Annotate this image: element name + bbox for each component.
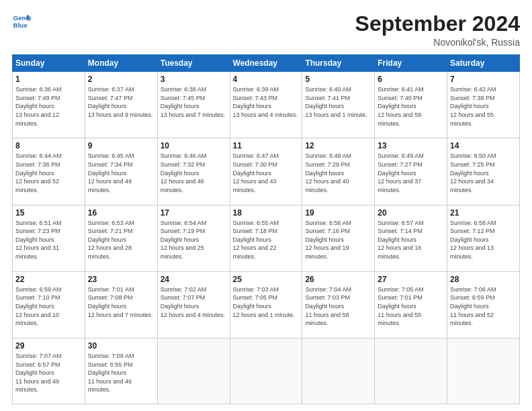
table-row: 12Sunrise: 6:48 AMSunset: 7:29 PMDayligh… <box>302 138 375 205</box>
day-number: 5 <box>305 75 371 84</box>
table-row: 15Sunrise: 6:51 AMSunset: 7:23 PMDayligh… <box>13 205 85 271</box>
day-info: Sunrise: 6:50 AMSunset: 7:25 PMDaylight … <box>450 152 517 194</box>
table-row: 20Sunrise: 6:57 AMSunset: 7:14 PMDayligh… <box>375 205 447 271</box>
day-number: 22 <box>15 275 82 284</box>
logo-icon: General Blue <box>12 12 31 31</box>
header: General Blue September 2024 Novonikol'sk… <box>12 12 520 48</box>
day-number: 24 <box>161 275 227 284</box>
logo: General Blue <box>12 12 31 31</box>
day-info: Sunrise: 6:45 AMSunset: 7:34 PMDaylight … <box>88 152 154 194</box>
table-row: 19Sunrise: 6:56 AMSunset: 7:16 PMDayligh… <box>302 205 375 271</box>
page: General Blue September 2024 Novonikol'sk… <box>0 0 532 411</box>
table-row: 28Sunrise: 7:06 AMSunset: 6:59 PMDayligh… <box>447 271 520 338</box>
day-number: 13 <box>378 141 444 150</box>
day-info: Sunrise: 6:39 AMSunset: 7:43 PMDaylight … <box>233 85 300 119</box>
day-info: Sunrise: 6:38 AMSunset: 7:45 PMDaylight … <box>161 85 227 119</box>
table-row: 17Sunrise: 6:54 AMSunset: 7:19 PMDayligh… <box>157 205 230 271</box>
day-number: 30 <box>88 341 154 351</box>
title-block: September 2024 Novonikol'sk, Russia <box>355 12 520 48</box>
day-info: Sunrise: 6:58 AMSunset: 7:12 PMDaylight … <box>450 219 517 261</box>
header-saturday: Saturday <box>447 55 520 72</box>
day-info: Sunrise: 6:48 AMSunset: 7:29 PMDaylight … <box>305 152 371 194</box>
day-number: 11 <box>233 141 300 150</box>
location: Novonikol'sk, Russia <box>355 37 520 48</box>
calendar-header-row: Sunday Monday Tuesday Wednesday Thursday… <box>13 55 520 72</box>
day-info: Sunrise: 7:06 AMSunset: 6:59 PMDaylight … <box>450 285 517 328</box>
day-info: Sunrise: 6:59 AMSunset: 7:10 PMDaylight … <box>15 285 82 328</box>
calendar-week-row: 8Sunrise: 6:44 AMSunset: 7:36 PMDaylight… <box>13 138 520 205</box>
day-number: 1 <box>15 75 82 84</box>
table-row <box>302 338 375 404</box>
table-row <box>447 338 520 404</box>
calendar-table: Sunday Monday Tuesday Wednesday Thursday… <box>12 54 520 404</box>
day-info: Sunrise: 6:57 AMSunset: 7:14 PMDaylight … <box>378 219 444 261</box>
day-number: 10 <box>161 141 227 150</box>
calendar-week-row: 22Sunrise: 6:59 AMSunset: 7:10 PMDayligh… <box>13 271 520 338</box>
table-row: 27Sunrise: 7:05 AMSunset: 7:01 PMDayligh… <box>375 271 447 338</box>
table-row: 2Sunrise: 6:37 AMSunset: 7:47 PMDaylight… <box>85 72 157 138</box>
table-row: 26Sunrise: 7:04 AMSunset: 7:03 PMDayligh… <box>302 271 375 338</box>
day-info: Sunrise: 6:40 AMSunset: 7:41 PMDaylight … <box>305 85 371 119</box>
day-number: 15 <box>15 208 82 218</box>
day-info: Sunrise: 6:51 AMSunset: 7:23 PMDaylight … <box>15 219 82 261</box>
day-info: Sunrise: 6:37 AMSunset: 7:47 PMDaylight … <box>88 85 154 119</box>
table-row: 13Sunrise: 6:49 AMSunset: 7:27 PMDayligh… <box>375 138 447 205</box>
table-row: 3Sunrise: 6:38 AMSunset: 7:45 PMDaylight… <box>157 72 230 138</box>
day-info: Sunrise: 7:02 AMSunset: 7:07 PMDaylight … <box>161 285 227 319</box>
table-row: 11Sunrise: 6:47 AMSunset: 7:30 PMDayligh… <box>230 138 302 205</box>
table-row: 16Sunrise: 6:53 AMSunset: 7:21 PMDayligh… <box>85 205 157 271</box>
header-wednesday: Wednesday <box>230 55 302 72</box>
day-number: 17 <box>161 208 227 218</box>
day-number: 20 <box>378 208 444 218</box>
day-info: Sunrise: 7:03 AMSunset: 7:05 PMDaylight … <box>233 285 300 319</box>
day-info: Sunrise: 6:36 AMSunset: 7:49 PMDaylight … <box>15 85 82 128</box>
day-number: 14 <box>450 141 517 150</box>
header-sunday: Sunday <box>13 55 85 72</box>
table-row: 22Sunrise: 6:59 AMSunset: 7:10 PMDayligh… <box>13 271 85 338</box>
table-row: 21Sunrise: 6:58 AMSunset: 7:12 PMDayligh… <box>447 205 520 271</box>
table-row: 23Sunrise: 7:01 AMSunset: 7:08 PMDayligh… <box>85 271 157 338</box>
header-friday: Friday <box>375 55 447 72</box>
day-number: 18 <box>233 208 300 218</box>
day-info: Sunrise: 6:56 AMSunset: 7:16 PMDaylight … <box>305 219 371 261</box>
day-info: Sunrise: 7:04 AMSunset: 7:03 PMDaylight … <box>305 285 371 328</box>
table-row: 25Sunrise: 7:03 AMSunset: 7:05 PMDayligh… <box>230 271 302 338</box>
table-row: 7Sunrise: 6:42 AMSunset: 7:38 PMDaylight… <box>447 72 520 138</box>
day-info: Sunrise: 6:41 AMSunset: 7:40 PMDaylight … <box>378 85 444 128</box>
day-info: Sunrise: 6:53 AMSunset: 7:21 PMDaylight … <box>88 219 154 261</box>
table-row: 14Sunrise: 6:50 AMSunset: 7:25 PMDayligh… <box>447 138 520 205</box>
day-info: Sunrise: 7:07 AMSunset: 6:57 PMDaylight … <box>15 352 82 394</box>
day-number: 23 <box>88 275 154 284</box>
svg-text:Blue: Blue <box>13 21 28 29</box>
day-number: 8 <box>15 141 82 150</box>
day-number: 27 <box>378 275 444 284</box>
table-row: 29Sunrise: 7:07 AMSunset: 6:57 PMDayligh… <box>13 338 85 404</box>
calendar-week-row: 15Sunrise: 6:51 AMSunset: 7:23 PMDayligh… <box>13 205 520 271</box>
day-info: Sunrise: 6:49 AMSunset: 7:27 PMDaylight … <box>378 152 444 194</box>
day-number: 7 <box>450 75 517 84</box>
day-number: 28 <box>450 275 517 284</box>
table-row <box>157 338 230 404</box>
table-row <box>375 338 447 404</box>
day-info: Sunrise: 6:42 AMSunset: 7:38 PMDaylight … <box>450 85 517 128</box>
table-row: 30Sunrise: 7:09 AMSunset: 6:55 PMDayligh… <box>85 338 157 404</box>
table-row: 9Sunrise: 6:45 AMSunset: 7:34 PMDaylight… <box>85 138 157 205</box>
table-row: 24Sunrise: 7:02 AMSunset: 7:07 PMDayligh… <box>157 271 230 338</box>
day-info: Sunrise: 7:05 AMSunset: 7:01 PMDaylight … <box>378 285 444 328</box>
day-number: 26 <box>305 275 371 284</box>
table-row: 8Sunrise: 6:44 AMSunset: 7:36 PMDaylight… <box>13 138 85 205</box>
day-number: 25 <box>233 275 300 284</box>
table-row: 10Sunrise: 6:46 AMSunset: 7:32 PMDayligh… <box>157 138 230 205</box>
day-number: 6 <box>378 75 444 84</box>
day-info: Sunrise: 6:46 AMSunset: 7:32 PMDaylight … <box>161 152 227 194</box>
day-number: 19 <box>305 208 371 218</box>
day-number: 4 <box>233 75 300 84</box>
day-info: Sunrise: 7:01 AMSunset: 7:08 PMDaylight … <box>88 285 154 319</box>
calendar-week-row: 29Sunrise: 7:07 AMSunset: 6:57 PMDayligh… <box>13 338 520 404</box>
day-number: 29 <box>15 341 82 351</box>
day-info: Sunrise: 6:44 AMSunset: 7:36 PMDaylight … <box>15 152 82 194</box>
table-row: 1Sunrise: 6:36 AMSunset: 7:49 PMDaylight… <box>13 72 85 138</box>
day-info: Sunrise: 6:55 AMSunset: 7:18 PMDaylight … <box>233 219 300 261</box>
table-row: 6Sunrise: 6:41 AMSunset: 7:40 PMDaylight… <box>375 72 447 138</box>
day-number: 12 <box>305 141 371 150</box>
